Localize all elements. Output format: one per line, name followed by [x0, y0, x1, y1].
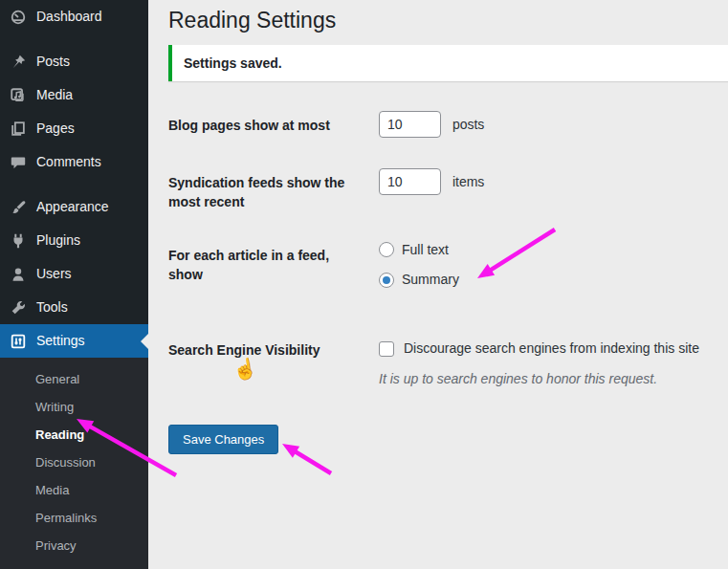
tools-icon: [9, 298, 27, 317]
admin-sidebar: Dashboard Posts Media Pages Comments App…: [0, 0, 148, 569]
submenu-item-akismet[interactable]: Akismet Anti-Spam: [0, 559, 148, 569]
sidebar-item-label: Pages: [36, 120, 75, 137]
feed-items-label: Syndication feeds show the most recent: [168, 168, 356, 212]
sidebar-item-media[interactable]: Media: [0, 78, 148, 112]
full-text-radio-option[interactable]: Full text: [379, 241, 459, 260]
blog-pages-row: Blog pages show at most posts: [168, 111, 728, 138]
summary-radio-option[interactable]: Summary: [379, 271, 459, 290]
feed-items-input[interactable]: [379, 168, 441, 195]
discourage-indexing-label: Discourage search engines from indexing …: [404, 339, 699, 359]
active-menu-notch: [133, 334, 148, 349]
sidebar-item-label: Dashboard: [36, 8, 102, 25]
menu-separator: [0, 33, 148, 45]
blog-pages-input[interactable]: [379, 111, 441, 138]
pages-icon: [9, 120, 27, 138]
full-text-radio-label: Full text: [402, 241, 449, 260]
submenu-item-privacy[interactable]: Privacy: [0, 532, 148, 559]
media-icon: [9, 86, 27, 104]
reading-settings-page: Reading Settings Settings saved. Blog pa…: [148, 0, 728, 569]
submenu-item-reading[interactable]: Reading: [0, 421, 148, 449]
sidebar-item-appearance[interactable]: Appearance: [0, 190, 148, 224]
sidebar-item-pages[interactable]: Pages: [0, 112, 148, 145]
reading-settings-form: Blog pages show at most posts Syndicatio…: [168, 111, 728, 454]
full-text-radio[interactable]: [379, 242, 394, 257]
summary-radio-label: Summary: [402, 271, 459, 290]
sidebar-item-label: Tools: [36, 298, 68, 316]
dashboard-icon: [9, 8, 27, 26]
sidebar-item-label: Media: [36, 86, 73, 103]
submenu-item-discussion[interactable]: Discussion: [0, 449, 148, 476]
feed-format-label: For each article in a feed, show: [168, 241, 356, 285]
submenu-item-permalinks[interactable]: Permalinks: [0, 504, 148, 532]
plugin-icon: [9, 231, 27, 250]
settings-saved-notice: Settings saved.: [168, 45, 728, 81]
notice-text: Settings saved.: [184, 55, 717, 71]
search-visibility-row: Search Engine Visibility Discourage sear…: [168, 336, 728, 389]
sidebar-item-label: Settings: [36, 332, 85, 349]
search-visibility-label: Search Engine Visibility: [168, 336, 356, 360]
submenu-item-media[interactable]: Media: [0, 476, 148, 504]
sidebar-item-label: Posts: [36, 53, 70, 70]
blog-pages-suffix: posts: [452, 117, 484, 132]
submenu-item-general[interactable]: General: [0, 365, 148, 393]
sidebar-item-dashboard[interactable]: Dashboard: [0, 0, 148, 33]
sidebar-item-label: Appearance: [36, 198, 109, 215]
discourage-indexing-checkbox[interactable]: [379, 341, 394, 357]
submenu-item-writing[interactable]: Writing: [0, 393, 148, 421]
feed-format-row: For each article in a feed, show Full te…: [168, 241, 728, 301]
summary-radio[interactable]: [379, 273, 394, 288]
sidebar-item-tools[interactable]: Tools: [0, 291, 148, 324]
feed-items-suffix: items: [452, 174, 484, 189]
comment-icon: [9, 153, 27, 171]
users-icon: [9, 265, 27, 283]
pin-icon: [9, 53, 27, 71]
menu-separator: [0, 179, 148, 190]
sidebar-item-settings[interactable]: Settings: [0, 324, 148, 358]
settings-icon: [9, 332, 27, 350]
sidebar-item-label: Comments: [36, 153, 101, 170]
appearance-icon: [9, 198, 27, 216]
sidebar-item-posts[interactable]: Posts: [0, 45, 148, 78]
sidebar-item-users[interactable]: Users: [0, 257, 148, 291]
save-changes-button[interactable]: Save Changes: [168, 425, 278, 454]
sidebar-item-plugins[interactable]: Plugins: [0, 224, 148, 257]
page-title: Reading Settings: [168, 5, 728, 42]
blog-pages-label: Blog pages show at most: [168, 111, 356, 135]
sidebar-item-label: Plugins: [36, 231, 80, 249]
settings-submenu: General Writing Reading Discussion Media…: [0, 358, 148, 569]
visibility-note: It is up to search engines to honor this…: [379, 370, 699, 389]
sidebar-item-label: Users: [36, 265, 72, 282]
feed-items-row: Syndication feeds show the most recent i…: [168, 168, 728, 212]
discourage-indexing-option[interactable]: Discourage search engines from indexing …: [379, 336, 699, 359]
sidebar-item-comments[interactable]: Comments: [0, 145, 148, 179]
